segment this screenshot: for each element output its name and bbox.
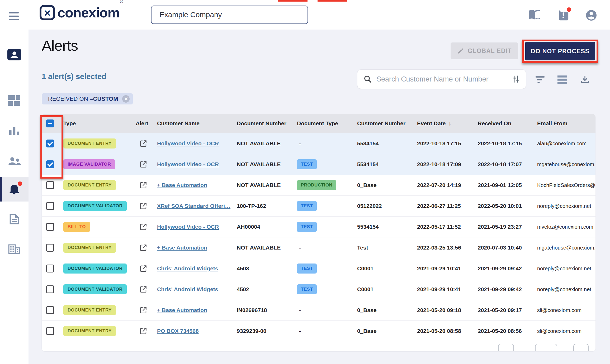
- global-edit-button[interactable]: GLOBAL EDIT: [451, 42, 518, 59]
- table-body: DOCUMENT ENTRY Hollywood Video - OCR NOT…: [42, 133, 595, 341]
- type-badge: DOCUMENT VALIDATOR: [63, 284, 127, 294]
- customer-name-link[interactable]: Hollywood Video - OCR: [157, 140, 219, 146]
- alert-open-icon[interactable]: [134, 140, 153, 147]
- column-header-email-from[interactable]: Email From: [533, 120, 595, 127]
- sidebar: [0, 30, 29, 364]
- type-badge: DOCUMENT ENTRY: [63, 243, 116, 253]
- customer-name-link[interactable]: + Base Automation: [157, 182, 207, 188]
- sidebar-item-users[interactable]: [0, 149, 29, 174]
- row-checkbox[interactable]: [46, 140, 54, 147]
- row-checkbox[interactable]: [46, 244, 54, 252]
- document-type-dash: -: [297, 328, 301, 334]
- table-row[interactable]: DOCUMENT ENTRY Hollywood Video - OCR NOT…: [42, 133, 595, 154]
- customer-name-link[interactable]: PO BOX 734568: [157, 328, 199, 334]
- received-on: 2022-10-18 17:15: [473, 140, 533, 147]
- event-date: 2021-09-29 10:41: [413, 265, 473, 272]
- email-from: mgatehouse@conexiom.c…: [533, 245, 595, 251]
- table-row[interactable]: DOCUMENT ENTRY PO BOX 734568 9329239-00 …: [42, 320, 595, 341]
- received-on: 2020-07-03 10:40: [473, 245, 533, 251]
- alert-open-icon[interactable]: [134, 181, 153, 189]
- chip-close-icon[interactable]: ✕: [122, 95, 130, 103]
- customer-number: 5534154: [353, 224, 413, 230]
- sidebar-item-alerts[interactable]: [0, 177, 29, 202]
- received-on: 2021-09-29 09:42: [473, 265, 533, 272]
- table-row[interactable]: DOCUMENT VALIDATOR Chris' Android Widget…: [42, 258, 595, 279]
- received-on: 2021-05-19 23:27: [473, 224, 533, 230]
- sidebar-item-contacts[interactable]: [0, 42, 29, 67]
- column-header-event-date[interactable]: Event Date↓: [413, 120, 473, 127]
- pagination-fragment[interactable]: [535, 344, 557, 351]
- customer-name-link[interactable]: Hollywood Video - OCR: [157, 224, 219, 230]
- row-checkbox[interactable]: [46, 202, 54, 210]
- table-row[interactable]: DOCUMENT ENTRY + Base Automation NOT AVA…: [42, 237, 595, 258]
- document-number: NOT AVAILABLE: [232, 182, 292, 188]
- pagination-fragment[interactable]: [573, 344, 589, 351]
- alert-open-icon[interactable]: [134, 265, 153, 272]
- row-checkbox[interactable]: [46, 306, 54, 314]
- column-header-received-on[interactable]: Received On: [473, 120, 533, 127]
- pagination-fragment[interactable]: [498, 344, 514, 351]
- table-row[interactable]: DOCUMENT ENTRY + Base Automation NOT AVA…: [42, 175, 595, 195]
- filter-chip-received-on[interactable]: RECEIVED ON = CUSTOM ✕: [42, 93, 133, 104]
- type-badge: BILL TO: [63, 222, 90, 232]
- sidebar-item-documents[interactable]: [0, 207, 29, 232]
- alert-open-icon[interactable]: [134, 327, 153, 335]
- column-header-customer-name[interactable]: Customer Name: [153, 120, 232, 127]
- table-row[interactable]: DOCUMENT VALIDATOR Chris' Android Widget…: [42, 279, 595, 300]
- column-header-document-type[interactable]: Document Type: [292, 120, 353, 127]
- alert-open-icon[interactable]: [134, 202, 153, 210]
- email-from: mveloz@conexiom.com: [533, 224, 595, 230]
- menu-icon[interactable]: [9, 12, 19, 20]
- row-checkbox[interactable]: [46, 223, 54, 231]
- customer-name-link[interactable]: Hollywood Video - OCR: [157, 161, 219, 167]
- alert-open-icon[interactable]: [134, 244, 153, 252]
- table-row[interactable]: BILL TO Hollywood Video - OCR AH00004 TE…: [42, 216, 595, 237]
- table-row[interactable]: DOCUMENT VALIDATOR XRef SOA Standard Off…: [42, 195, 595, 216]
- customer-number: 05122022: [353, 203, 413, 209]
- customer-name-link[interactable]: + Base Automation: [157, 307, 207, 313]
- sidebar-item-reports[interactable]: [0, 118, 29, 143]
- sort-desc-icon[interactable]: ↓: [448, 120, 451, 127]
- document-number: AH00004: [232, 224, 292, 230]
- alert-open-icon[interactable]: [134, 160, 153, 168]
- account-icon[interactable]: [584, 8, 598, 22]
- event-date: 2022-06-27 11:25: [413, 203, 473, 209]
- conexiom-logo: ✕ conexiom®: [40, 5, 122, 21]
- customer-name-link[interactable]: Chris' Android Widgets: [157, 286, 218, 292]
- sidebar-item-dashboard[interactable]: [0, 88, 29, 113]
- column-header-type[interactable]: Type: [59, 120, 134, 127]
- table-row[interactable]: IMAGE VALIDATOR Hollywood Video - OCR NO…: [42, 154, 595, 175]
- row-checkbox[interactable]: [46, 285, 54, 293]
- column-header-customer-number[interactable]: Customer Number: [353, 120, 413, 127]
- feedback-icon[interactable]: [556, 8, 570, 22]
- received-on: 2021-05-20 09:17: [473, 307, 533, 313]
- alert-open-icon[interactable]: [134, 285, 153, 293]
- row-checkbox[interactable]: [46, 181, 54, 189]
- search-icon: [364, 75, 372, 83]
- customer-number: Test: [353, 245, 413, 251]
- column-header-document-number[interactable]: Document Number: [232, 120, 292, 127]
- sidebar-item-company[interactable]: [0, 237, 29, 262]
- column-header-alert[interactable]: Alert: [134, 120, 153, 127]
- filter-icon[interactable]: [534, 74, 546, 85]
- type-badge: DOCUMENT ENTRY: [63, 180, 116, 190]
- company-selector[interactable]: Example Company: [151, 6, 308, 24]
- customer-name-link[interactable]: Chris' Android Widgets: [157, 265, 218, 271]
- select-all-checkbox[interactable]: [46, 119, 54, 127]
- download-icon[interactable]: [579, 74, 591, 85]
- registered-mark: ®: [120, 0, 123, 4]
- density-icon[interactable]: [556, 74, 568, 85]
- alert-open-icon[interactable]: [134, 306, 153, 314]
- alert-open-icon[interactable]: [134, 223, 153, 231]
- table-row[interactable]: DOCUMENT ENTRY + Base Automation IN02696…: [42, 300, 595, 320]
- docs-book-icon[interactable]: [528, 8, 542, 22]
- row-checkbox[interactable]: [46, 327, 54, 335]
- row-checkbox[interactable]: [46, 265, 54, 272]
- customer-name-link[interactable]: + Base Automation: [157, 245, 207, 251]
- row-checkbox[interactable]: [46, 160, 54, 168]
- do-not-process-button[interactable]: DO NOT PROCESS: [525, 42, 595, 60]
- customer-name-link[interactable]: XRef SOA Standard Offeri…: [157, 203, 230, 209]
- search-input[interactable]: [376, 75, 512, 83]
- alerts-screen: ✕ conexiom® Example Company: [0, 0, 610, 364]
- tune-icon[interactable]: [512, 75, 521, 83]
